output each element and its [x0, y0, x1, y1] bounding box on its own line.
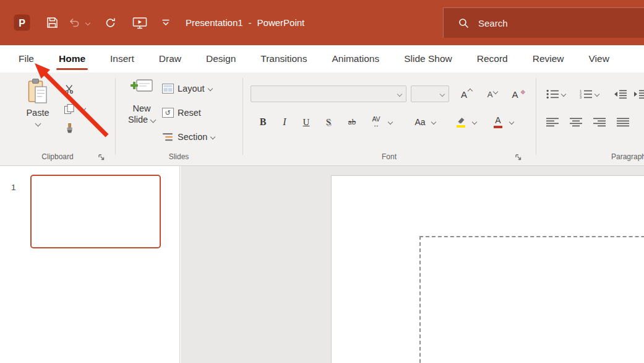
chevron-down-icon — [397, 92, 402, 97]
chevron-up-icon — [468, 89, 473, 94]
tab-draw[interactable]: Draw — [147, 45, 194, 72]
tab-home[interactable]: Home — [46, 45, 98, 72]
ribbon-tab-bar: File Home Insert Draw Design Transitions… — [0, 45, 644, 72]
tab-transitions[interactable]: Transitions — [248, 45, 319, 72]
tab-file[interactable]: File — [6, 45, 46, 72]
increase-font-size-button[interactable]: A — [455, 85, 478, 103]
increase-indent-button[interactable] — [632, 85, 644, 103]
redo-button[interactable] — [98, 0, 124, 45]
document-title: Presentation1 — [186, 17, 243, 28]
section-button[interactable]: Section — [162, 129, 215, 145]
eraser-icon — [519, 89, 525, 95]
font-size-value — [411, 86, 449, 89]
slide-canvas[interactable]: Click to add title — [331, 175, 644, 363]
reset-button[interactable]: ↺ Reset — [162, 105, 201, 121]
bullets-button[interactable] — [544, 85, 560, 103]
save-button[interactable] — [41, 0, 63, 45]
layout-button[interactable]: Layout — [162, 81, 212, 97]
tab-view[interactable]: View — [577, 45, 622, 72]
spacing-dropdown-chevron-icon[interactable] — [388, 120, 393, 125]
font-dialog-launcher[interactable] — [515, 152, 522, 160]
customize-quick-access-toolbar-button[interactable] — [156, 0, 176, 45]
character-spacing-button[interactable]: AV ↔ — [366, 113, 386, 131]
copy-dropdown-chevron-icon[interactable] — [81, 106, 86, 111]
font-color-dropdown-chevron-icon[interactable] — [509, 120, 514, 125]
clear-formatting-button[interactable]: A — [507, 85, 530, 103]
font-group: A A A B I U S ab AV ↔ Aa — [243, 72, 536, 165]
customize-toolbar-icon — [161, 19, 170, 27]
slides-group: New Slide Layout ↺ Reset — [115, 72, 243, 165]
align-center-button[interactable] — [568, 113, 584, 131]
tab-review[interactable]: Review — [520, 45, 577, 72]
slide-thumbnail[interactable] — [30, 175, 161, 248]
tab-animations[interactable]: Animations — [319, 45, 392, 72]
font-color-button[interactable]: A — [489, 113, 507, 131]
new-slide-button[interactable]: New Slide — [120, 78, 163, 125]
tab-record[interactable]: Record — [465, 45, 520, 72]
start-presentation-button[interactable] — [127, 0, 153, 45]
strikethrough-button[interactable]: ab — [343, 113, 361, 131]
copy-button[interactable] — [60, 100, 79, 118]
underline-button[interactable]: U — [298, 113, 314, 131]
decrease-indent-button[interactable] — [612, 85, 629, 103]
cut-icon — [64, 84, 74, 94]
cut-button[interactable] — [60, 81, 79, 98]
clipboard-group: Paste Clipboard — [0, 72, 115, 165]
tab-design[interactable]: Design — [194, 45, 248, 72]
align-center-icon — [570, 117, 582, 127]
clear-formatting-glyph: A — [512, 89, 518, 100]
shrink-font-glyph: A — [487, 90, 493, 99]
undo-button[interactable] — [64, 0, 83, 45]
highlighter-icon — [456, 116, 466, 125]
title-placeholder-box[interactable]: Click to add title — [419, 236, 644, 363]
save-icon — [46, 16, 59, 29]
justify-icon — [617, 117, 629, 127]
italic-button[interactable]: I — [277, 113, 292, 131]
text-shadow-button[interactable]: S — [320, 113, 337, 131]
bullets-dropdown-chevron-icon[interactable] — [561, 92, 566, 97]
paragraph-group: 1 2 3 — [536, 72, 644, 165]
font-name-combobox[interactable] — [251, 85, 406, 102]
numbered-list-icon: 1 2 3 — [580, 89, 593, 99]
numbering-dropdown-chevron-icon[interactable] — [595, 92, 599, 97]
new-slide-label-line1: New — [132, 103, 150, 113]
powerpoint-logo-icon[interactable]: P — [10, 0, 33, 45]
case-dropdown-chevron-icon[interactable] — [431, 120, 436, 125]
slideshow-icon — [132, 16, 147, 29]
title-separator: - — [249, 17, 252, 28]
numbering-button[interactable]: 1 2 3 — [578, 85, 594, 103]
svg-text:↺: ↺ — [165, 109, 171, 116]
text-highlight-button[interactable] — [452, 113, 470, 131]
new-slide-icon — [130, 78, 153, 100]
chevron-down-icon — [150, 116, 157, 123]
undo-icon — [68, 17, 80, 28]
highlight-dropdown-chevron-icon[interactable] — [472, 120, 477, 125]
undo-dropdown-button[interactable] — [84, 0, 92, 45]
paste-label: Paste — [26, 108, 49, 118]
redo-icon — [105, 17, 116, 28]
font-size-combobox[interactable] — [411, 85, 449, 102]
align-left-button[interactable] — [544, 113, 560, 131]
search-input[interactable] — [477, 17, 628, 29]
tab-insert[interactable]: Insert — [98, 45, 147, 72]
justify-button[interactable] — [615, 113, 631, 131]
increase-indent-icon — [633, 89, 644, 99]
reset-label: Reset — [178, 108, 201, 118]
decrease-indent-icon — [614, 89, 627, 99]
format-painter-button[interactable] — [60, 120, 79, 138]
change-case-button[interactable]: Aa — [411, 113, 429, 131]
search-box[interactable] — [443, 7, 644, 38]
paste-button[interactable]: Paste — [17, 78, 58, 126]
grow-font-glyph: A — [461, 89, 467, 100]
bold-button[interactable]: B — [255, 113, 271, 131]
font-color-glyph: A — [495, 116, 500, 125]
tab-slide-show[interactable]: Slide Show — [392, 45, 465, 72]
chevron-down-icon — [207, 86, 212, 91]
align-right-button[interactable] — [591, 113, 608, 131]
clipboard-dialog-launcher[interactable] — [98, 152, 105, 160]
chevron-down-icon — [210, 134, 215, 139]
layout-label: Layout — [178, 84, 205, 94]
decrease-font-size-button[interactable]: A — [481, 85, 504, 103]
copy-icon — [64, 103, 75, 115]
align-right-icon — [593, 117, 606, 127]
